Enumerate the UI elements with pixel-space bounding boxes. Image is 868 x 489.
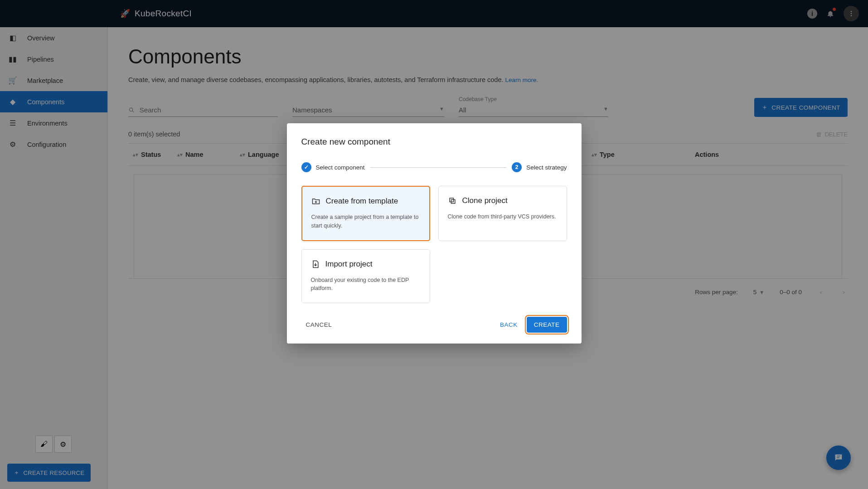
option-import-project[interactable]: Import project Onboard your existing cod…: [301, 249, 430, 304]
back-button[interactable]: BACK: [495, 318, 522, 332]
copy-icon: [448, 196, 457, 205]
cancel-button[interactable]: CANCEL: [301, 318, 337, 332]
step-number: 2: [512, 162, 522, 172]
folder-plus-icon: [311, 197, 320, 206]
option-clone-project[interactable]: Clone project Clone code from third-part…: [438, 186, 567, 241]
option-desc: Onboard your existing code to the EDP pl…: [311, 276, 421, 293]
dialog-actions: CANCEL BACK CREATE: [301, 317, 567, 333]
svg-rect-9: [450, 198, 453, 202]
option-desc: Clone code from third-party VCS provider…: [448, 213, 558, 221]
step-2: 2 Select strategy: [512, 162, 567, 172]
svg-rect-10: [451, 200, 455, 203]
check-icon: ✓: [301, 162, 311, 172]
option-desc: Create a sample project from a template …: [311, 213, 420, 230]
create-button[interactable]: CREATE: [527, 317, 567, 333]
step-1: ✓ Select component: [301, 162, 365, 172]
dialog-title: Create new component: [301, 137, 567, 147]
option-create-from-template[interactable]: Create from template Create a sample pro…: [301, 186, 430, 241]
stepper: ✓ Select component 2 Select strategy: [301, 162, 567, 172]
option-title: Import project: [325, 260, 373, 269]
option-title: Create from template: [326, 197, 398, 206]
step-connector: [370, 167, 507, 168]
option-title: Clone project: [462, 196, 508, 205]
step-1-label: Select component: [316, 164, 365, 171]
step-2-label: Select strategy: [526, 164, 567, 171]
create-component-dialog: Create new component ✓ Select component …: [287, 123, 582, 344]
modal-overlay[interactable]: Create new component ✓ Select component …: [0, 0, 868, 489]
strategy-options: Create from template Create a sample pro…: [301, 186, 567, 303]
import-icon: [311, 260, 320, 269]
